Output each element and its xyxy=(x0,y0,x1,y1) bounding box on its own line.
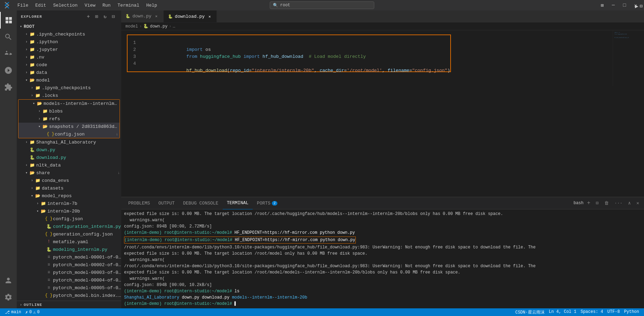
folder-icon: 📂 xyxy=(42,124,48,129)
tree-model-ipynb[interactable]: › 📁 .ipynb_checkpoints xyxy=(17,84,121,92)
split-editor-btn[interactable]: ⊞ xyxy=(597,1,607,9)
status-language[interactable]: Python xyxy=(622,309,641,314)
tree-pytorch-4[interactable]: ≡ pytorch_model-00004-of-00005.bin xyxy=(17,276,121,284)
tree-gen-config[interactable]: { } generation_config.json xyxy=(17,230,121,238)
chevron-right-icon: › xyxy=(29,178,35,183)
menu-file[interactable]: File xyxy=(14,0,32,10)
status-csdn[interactable]: CSDN·星云雨沫 xyxy=(513,309,547,315)
tree-snapshots[interactable]: ▾ 📂 snapshots / 2d83118d863d24565da1f9c6… xyxy=(18,123,120,130)
tree-locks[interactable]: › 📁 .locks xyxy=(17,92,121,99)
tree-nv[interactable]: › 📁 .nv xyxy=(17,53,121,61)
tree-pytorch-3[interactable]: ≡ pytorch_model-00003-of-00005.bin xyxy=(17,269,121,276)
tree-models-internlm[interactable]: ▾ 📂 models--internlm--internlm-20b xyxy=(18,100,120,107)
breadcrumb-ellipsis[interactable]: … xyxy=(173,24,175,29)
menu-help[interactable]: Help xyxy=(143,0,161,10)
folder-icon: 📁 xyxy=(35,185,40,191)
tab-close-icon[interactable]: ✕ xyxy=(207,14,212,19)
tree-data[interactable]: › 📁 data xyxy=(17,69,121,76)
tab-download-py[interactable]: 🐍 download.py ✕ xyxy=(164,10,217,22)
new-terminal-btn[interactable]: + xyxy=(585,199,593,207)
tree-code[interactable]: › 📁 code xyxy=(17,61,121,69)
new-file-icon[interactable]: + xyxy=(85,13,92,20)
breadcrumb: model › 🐍 down.py › … xyxy=(121,23,644,30)
panel-tab-output[interactable]: OUTPUT xyxy=(154,197,179,209)
code-line-4: 4 hf_hub_download(repo_id="internlm/inte… xyxy=(128,60,450,67)
encoding-label: UTF-8 xyxy=(607,309,620,314)
tree-pytorch-5[interactable]: ≡ pytorch_model-00005-of-00005.bin xyxy=(17,284,121,292)
tree-config-json[interactable]: { } config.json ↓ xyxy=(18,130,120,138)
tree-blobs[interactable]: › 📁 blobs xyxy=(18,107,120,115)
terminal-line-1: expected file size is: 0.00 MB. The targ… xyxy=(124,211,641,217)
menu-edit[interactable]: Edit xyxy=(32,0,49,10)
activity-run-debug[interactable] xyxy=(0,62,17,79)
status-encoding[interactable]: UTF-8 xyxy=(605,309,622,314)
tree-share[interactable]: ▾ 📂 share ↓ xyxy=(17,169,121,177)
panel-tab-problems[interactable]: PROBLEMS xyxy=(124,197,154,209)
activity-settings[interactable] xyxy=(0,289,17,306)
panel-tab-debug[interactable]: DEBUG CONSOLE xyxy=(179,197,222,209)
tree-root[interactable]: ▾ ROOT xyxy=(17,23,121,30)
activity-explorer[interactable] xyxy=(0,12,17,29)
tree-pytorch-1[interactable]: ≡ pytorch_model-00001-of-00005.bin xyxy=(17,253,121,261)
tree-internlm-20b[interactable]: ▾ 📂 internlm-20b xyxy=(17,207,121,215)
new-folder-icon[interactable]: ⊞ xyxy=(93,13,100,20)
maximize-btn[interactable]: □ xyxy=(620,1,629,9)
activity-extensions[interactable] xyxy=(0,79,17,95)
tree-refs[interactable]: › 📁 refs xyxy=(18,115,120,123)
tree-pytorch-index[interactable]: { } pytorch_model.bin.index.json xyxy=(17,292,121,299)
terminal-content[interactable]: expected file size is: 0.00 MB. The targ… xyxy=(121,209,644,308)
status-spaces[interactable]: Spaces: 4 xyxy=(578,309,605,314)
maximize-panel-btn[interactable]: ∧ xyxy=(626,200,633,207)
more-btn[interactable]: ··· xyxy=(612,200,624,207)
minimap: import os from huggingface_hub hf_hub_do… xyxy=(613,30,644,86)
status-errors[interactable]: ✗ 0 ⚠ 0 xyxy=(23,308,42,316)
activity-source-control[interactable] xyxy=(0,45,17,62)
tree-conda-envs[interactable]: › 📁 conda_envs xyxy=(17,177,121,184)
panel-tab-ports[interactable]: PORTS 2 xyxy=(253,197,282,209)
tree-internlm-config[interactable]: { } config.json xyxy=(17,215,121,223)
tree-shanghai[interactable]: › 📁 Shanghai_AI_Laboratory xyxy=(17,138,121,146)
kill-terminal-btn[interactable]: 🗑 xyxy=(602,200,611,207)
menu-terminal[interactable]: Terminal xyxy=(114,0,143,10)
collapse-icon[interactable]: ⊟ xyxy=(110,13,117,20)
tree-download-py[interactable]: 🐍 download.py xyxy=(17,154,121,161)
panel-tab-terminal[interactable]: TERMINAL xyxy=(223,197,253,209)
py-icon: 🐍 xyxy=(46,224,52,229)
close-panel-btn[interactable]: ✕ xyxy=(634,200,641,207)
outline-header[interactable]: › OUTLINE xyxy=(17,301,121,308)
minimize-btn[interactable]: ─ xyxy=(608,1,618,9)
sidebar-header: EXPLORER + ⊞ ↻ ⊟ xyxy=(17,10,121,23)
menu-selection[interactable]: Selection xyxy=(49,0,81,10)
tree-jupyter[interactable]: › 📁 .jupyter xyxy=(17,46,121,53)
status-line-col[interactable]: Ln 4, Col 1 xyxy=(547,309,578,314)
sidebar-header-icons: + ⊞ ↻ ⊟ xyxy=(85,13,117,20)
menu-view[interactable]: View xyxy=(81,0,99,10)
titlebar: File Edit Selection View Run Terminal He… xyxy=(0,0,644,10)
tab-close-icon[interactable]: ✕ xyxy=(154,14,159,19)
chevron-right-icon: › xyxy=(35,201,40,206)
tree-modeling[interactable]: 🐍 modeling_internlm.py xyxy=(17,246,121,253)
tree-metafile[interactable]: ! metafile.yaml xyxy=(17,238,121,246)
tab-down-py[interactable]: 🐍 down.py ✕ xyxy=(121,10,164,22)
tree-internlm-7b[interactable]: › 📁 internlm-7b xyxy=(17,200,121,207)
tree-model-repos[interactable]: ▾ 📂 model_repos xyxy=(17,192,121,200)
tree-model[interactable]: ▾ 📂 model xyxy=(17,76,121,84)
breadcrumb-file[interactable]: down.py xyxy=(150,24,167,29)
activity-search[interactable] xyxy=(0,29,17,45)
folder-icon: 📂 xyxy=(37,101,42,106)
tree-nltk[interactable]: › 📁 nltk_data xyxy=(17,161,121,169)
tree-ipython[interactable]: › 📁 .ipython xyxy=(17,38,121,46)
status-branch[interactable]: ⎇ main xyxy=(3,308,23,316)
tree-conf-internlm[interactable]: 🐍 configuration_internlm.py xyxy=(17,223,121,230)
refresh-icon[interactable]: ↻ xyxy=(102,13,109,20)
tree-datasets[interactable]: › 📁 datasets xyxy=(17,184,121,192)
breadcrumb-model[interactable]: model xyxy=(125,24,138,29)
tree-down-py[interactable]: 🐍 down.py xyxy=(17,146,121,154)
tree-pytorch-2[interactable]: ≡ pytorch_model-00002-of-00005.bin xyxy=(17,261,121,269)
search-bar[interactable]: 🔍 root xyxy=(270,1,374,9)
split-terminal-btn[interactable]: ⊟ xyxy=(594,200,601,207)
menu-run[interactable]: Run xyxy=(99,0,114,10)
editor-content[interactable]: 1 import os 2 from huggingface_hub impor… xyxy=(121,30,644,197)
tree-ipynb-checkpoints[interactable]: › 📁 .ipynb_checkpoints xyxy=(17,30,121,38)
activity-account[interactable] xyxy=(0,272,17,289)
